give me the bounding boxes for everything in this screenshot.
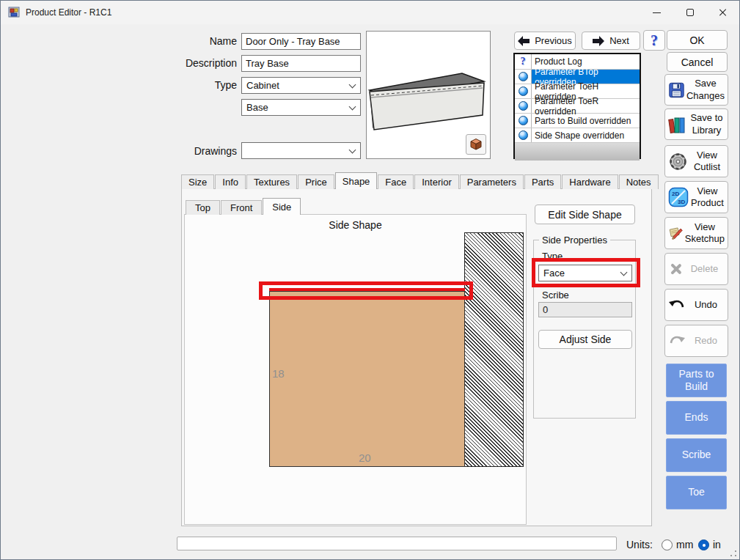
log-item-label: Parameter ToeR overridden: [532, 99, 640, 113]
toe-button[interactable]: Toe: [666, 476, 727, 509]
drawings-label: Drawings: [171, 145, 237, 157]
delete-x-icon: [668, 262, 683, 276]
view-sketchup-button[interactable]: View Sketchup: [664, 217, 728, 249]
units-in-radio[interactable]: [698, 539, 709, 550]
tab-parameters[interactable]: Parameters: [460, 174, 524, 189]
previous-button-label: Previous: [535, 35, 572, 46]
status-sphere-icon: [515, 128, 532, 142]
main-tab-strip: Size Info Textures Price Shape Face Inte…: [181, 172, 659, 189]
undo-label: Undo: [687, 299, 725, 311]
status-sphere-icon: [515, 114, 532, 128]
next-button[interactable]: Next: [582, 32, 640, 50]
delete-label: Delete: [684, 263, 725, 275]
hatched-wall-region: [464, 232, 524, 467]
title-bar: Product Editor - R1C1: [1, 1, 739, 24]
side-shape-title: Side Shape: [184, 219, 527, 231]
drawings-dropdown[interactable]: [241, 142, 361, 159]
name-label: Name: [171, 35, 237, 47]
description-input[interactable]: [241, 55, 361, 72]
help-icon: ?: [651, 32, 658, 49]
product-log-footer: [515, 143, 640, 161]
tab-interior[interactable]: Interior: [414, 174, 458, 189]
help-button[interactable]: ?: [643, 30, 665, 51]
right-arrow-icon: [593, 36, 604, 46]
tab-face[interactable]: Face: [378, 174, 414, 189]
sketchup-pencil-icon: [668, 223, 684, 243]
product-log-list: ? Product Log Parameter BTop overridden …: [513, 53, 641, 159]
tab-hardware[interactable]: Hardware: [562, 174, 618, 189]
redo-arrow-icon: [668, 334, 686, 348]
tray-base-3d-render: [367, 32, 490, 141]
view-cube-button[interactable]: [466, 134, 486, 155]
name-input[interactable]: [241, 33, 361, 50]
tab-size[interactable]: Size: [181, 174, 214, 189]
redo-button[interactable]: Redo: [664, 325, 728, 357]
svg-text:2D: 2D: [672, 191, 679, 197]
tab-textures[interactable]: Textures: [246, 174, 297, 189]
log-item-toer[interactable]: Parameter ToeR overridden: [515, 99, 640, 114]
product-editor-window: Product Editor - R1C1 Name Description T…: [0, 0, 740, 560]
2d-3d-view-icon: 2D 3D: [668, 187, 689, 207]
help-icon: ?: [515, 54, 532, 69]
log-item-parts[interactable]: Parts to Build overridden: [515, 114, 640, 128]
log-item-sideshape[interactable]: Side Shape overridden: [515, 128, 640, 143]
cancel-button[interactable]: Cancel: [667, 52, 728, 72]
scribe-button[interactable]: Scribe: [666, 438, 727, 472]
units-mm-radio[interactable]: [662, 539, 673, 550]
resize-grip[interactable]: [730, 550, 737, 557]
minimize-button[interactable]: [640, 1, 673, 24]
chevron-down-icon: [349, 103, 356, 111]
subtype-dropdown[interactable]: Base: [241, 99, 361, 116]
subtab-front[interactable]: Front: [221, 200, 262, 215]
scribe-label: Scribe: [542, 290, 569, 301]
edit-side-shape-button[interactable]: Edit Side Shape: [535, 205, 635, 224]
progress-bar: [177, 537, 617, 550]
ok-button[interactable]: OK: [667, 30, 728, 50]
units-label: Units:: [626, 539, 653, 550]
width-dimension-label: 20: [359, 452, 371, 464]
tab-notes[interactable]: Notes: [619, 174, 659, 189]
log-item-label: Parts to Build overridden: [532, 114, 640, 128]
ends-label: Ends: [685, 411, 708, 424]
view-cutlist-button[interactable]: View Cutlist: [664, 145, 728, 177]
ends-button[interactable]: Ends: [666, 401, 727, 435]
tab-price[interactable]: Price: [298, 174, 334, 189]
side-properties-title: Side Properties: [539, 235, 610, 246]
delete-button[interactable]: Delete: [664, 253, 728, 285]
redo-label: Redo: [687, 335, 725, 347]
cancel-button-label: Cancel: [681, 56, 714, 68]
save-to-library-button[interactable]: Save to Library: [664, 108, 728, 140]
maximize-button[interactable]: [673, 1, 706, 24]
floppy-disk-icon: [668, 81, 685, 100]
scribe-label: Scribe: [682, 449, 711, 462]
status-sphere-icon: [515, 99, 532, 113]
minimize-icon: [653, 12, 661, 13]
close-button[interactable]: [706, 1, 739, 24]
view-sub-tab-strip: Top Front Side: [186, 198, 301, 215]
subtab-side[interactable]: Side: [263, 198, 301, 215]
previous-button[interactable]: Previous: [514, 32, 576, 50]
edit-side-shape-label: Edit Side Shape: [548, 209, 621, 221]
parts-to-build-label: Parts to Build: [675, 368, 719, 394]
view-product-button[interactable]: 2D 3D View Product: [664, 181, 728, 213]
parts-to-build-button[interactable]: Parts to Build: [666, 364, 727, 397]
type-dropdown[interactable]: Cabinet: [241, 77, 361, 94]
status-sphere-icon: [515, 84, 532, 98]
scribe-input[interactable]: 0: [538, 302, 632, 317]
ok-button-label: OK: [689, 34, 704, 46]
tab-info[interactable]: Info: [215, 174, 246, 189]
subtab-top[interactable]: Top: [186, 200, 220, 215]
tab-shape[interactable]: Shape: [335, 172, 378, 189]
chevron-down-icon: [349, 81, 356, 89]
save-changes-button[interactable]: Save Changes: [664, 74, 728, 106]
adjust-side-button[interactable]: Adjust Side: [538, 330, 632, 349]
tab-parts[interactable]: Parts: [524, 174, 561, 189]
app-form-icon: [8, 7, 20, 18]
next-button-label: Next: [609, 35, 629, 46]
annotation-box-type-dropdown: [532, 258, 640, 287]
adjust-side-label: Adjust Side: [560, 334, 612, 345]
subtype-dropdown-value: Base: [246, 102, 268, 113]
units-mm-label: mm: [676, 539, 693, 550]
save-to-library-label: Save to Library: [689, 112, 725, 136]
undo-button[interactable]: Undo: [664, 289, 728, 321]
